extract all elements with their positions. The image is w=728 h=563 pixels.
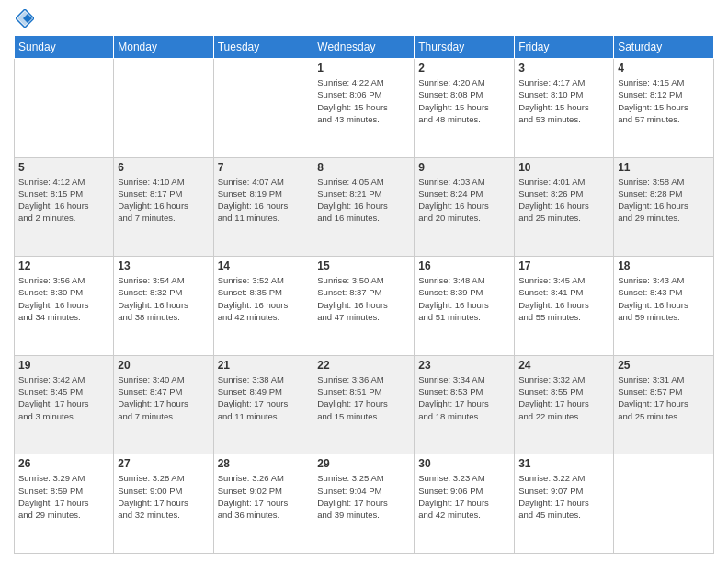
calendar-cell: 13Sunrise: 3:54 AM Sunset: 8:32 PM Dayli… bbox=[114, 257, 213, 356]
day-number: 25 bbox=[618, 359, 710, 372]
day-number: 2 bbox=[418, 62, 510, 75]
day-info: Sunrise: 3:48 AM Sunset: 8:39 PM Dayligh… bbox=[418, 274, 510, 323]
day-info: Sunrise: 3:28 AM Sunset: 9:00 PM Dayligh… bbox=[118, 472, 209, 521]
calendar-cell: 25Sunrise: 3:31 AM Sunset: 8:57 PM Dayli… bbox=[614, 355, 714, 454]
calendar-cell: 17Sunrise: 3:45 AM Sunset: 8:41 PM Dayli… bbox=[515, 257, 614, 356]
day-info: Sunrise: 3:42 AM Sunset: 8:45 PM Dayligh… bbox=[18, 373, 109, 422]
day-info: Sunrise: 3:26 AM Sunset: 9:02 PM Dayligh… bbox=[218, 472, 310, 521]
day-info: Sunrise: 4:07 AM Sunset: 8:19 PM Dayligh… bbox=[218, 176, 310, 224]
calendar-cell: 12Sunrise: 3:56 AM Sunset: 8:30 PM Dayli… bbox=[15, 257, 114, 356]
calendar-week-row: 12Sunrise: 3:56 AM Sunset: 8:30 PM Dayli… bbox=[15, 257, 714, 356]
day-number: 18 bbox=[618, 259, 710, 272]
calendar-cell bbox=[114, 59, 213, 158]
day-info: Sunrise: 4:15 AM Sunset: 8:12 PM Dayligh… bbox=[618, 76, 710, 125]
calendar-cell: 4Sunrise: 4:15 AM Sunset: 8:12 PM Daylig… bbox=[614, 59, 714, 158]
day-info: Sunrise: 3:38 AM Sunset: 8:49 PM Dayligh… bbox=[218, 373, 310, 422]
day-number: 21 bbox=[218, 359, 310, 372]
calendar-week-row: 26Sunrise: 3:29 AM Sunset: 8:59 PM Dayli… bbox=[15, 454, 714, 554]
day-number: 6 bbox=[118, 161, 209, 174]
day-number: 23 bbox=[418, 359, 510, 372]
calendar-cell: 21Sunrise: 3:38 AM Sunset: 8:49 PM Dayli… bbox=[213, 355, 313, 454]
day-info: Sunrise: 4:12 AM Sunset: 8:15 PM Dayligh… bbox=[18, 176, 109, 224]
logo bbox=[14, 9, 34, 28]
day-info: Sunrise: 4:10 AM Sunset: 8:17 PM Dayligh… bbox=[118, 176, 209, 224]
day-info: Sunrise: 3:56 AM Sunset: 8:30 PM Dayligh… bbox=[18, 274, 109, 323]
day-number: 17 bbox=[518, 259, 609, 272]
day-number: 12 bbox=[18, 259, 109, 272]
calendar-cell: 22Sunrise: 3:36 AM Sunset: 8:51 PM Dayli… bbox=[313, 355, 415, 454]
day-info: Sunrise: 4:05 AM Sunset: 8:21 PM Dayligh… bbox=[317, 176, 410, 224]
day-number: 31 bbox=[518, 457, 609, 470]
day-number: 27 bbox=[118, 457, 209, 470]
day-number: 11 bbox=[618, 161, 710, 174]
day-number: 29 bbox=[317, 457, 410, 470]
calendar-day-header: Friday bbox=[515, 36, 614, 59]
day-info: Sunrise: 3:36 AM Sunset: 8:51 PM Dayligh… bbox=[317, 373, 410, 422]
calendar-cell: 20Sunrise: 3:40 AM Sunset: 8:47 PM Dayli… bbox=[114, 355, 213, 454]
day-number: 14 bbox=[218, 259, 310, 272]
day-number: 24 bbox=[518, 359, 609, 372]
day-number: 15 bbox=[317, 259, 410, 272]
day-info: Sunrise: 3:54 AM Sunset: 8:32 PM Dayligh… bbox=[118, 274, 209, 323]
day-number: 20 bbox=[118, 359, 209, 372]
calendar-cell: 31Sunrise: 3:22 AM Sunset: 9:07 PM Dayli… bbox=[515, 454, 614, 554]
calendar-cell: 8Sunrise: 4:05 AM Sunset: 8:21 PM Daylig… bbox=[313, 157, 415, 257]
calendar-cell: 10Sunrise: 4:01 AM Sunset: 8:26 PM Dayli… bbox=[515, 157, 614, 257]
day-info: Sunrise: 3:34 AM Sunset: 8:53 PM Dayligh… bbox=[418, 373, 510, 422]
calendar-cell: 30Sunrise: 3:23 AM Sunset: 9:06 PM Dayli… bbox=[415, 454, 515, 554]
calendar-cell: 6Sunrise: 4:10 AM Sunset: 8:17 PM Daylig… bbox=[114, 157, 213, 257]
day-number: 22 bbox=[317, 359, 410, 372]
day-info: Sunrise: 3:50 AM Sunset: 8:37 PM Dayligh… bbox=[317, 274, 410, 323]
calendar-cell: 19Sunrise: 3:42 AM Sunset: 8:45 PM Dayli… bbox=[15, 355, 114, 454]
calendar-cell: 16Sunrise: 3:48 AM Sunset: 8:39 PM Dayli… bbox=[415, 257, 515, 356]
calendar-cell: 5Sunrise: 4:12 AM Sunset: 8:15 PM Daylig… bbox=[15, 157, 114, 257]
calendar-week-row: 1Sunrise: 4:22 AM Sunset: 8:06 PM Daylig… bbox=[15, 59, 714, 158]
day-info: Sunrise: 4:20 AM Sunset: 8:08 PM Dayligh… bbox=[418, 76, 510, 125]
calendar-cell: 2Sunrise: 4:20 AM Sunset: 8:08 PM Daylig… bbox=[415, 59, 515, 158]
day-info: Sunrise: 3:58 AM Sunset: 8:28 PM Dayligh… bbox=[618, 176, 710, 224]
day-number: 4 bbox=[618, 62, 710, 75]
day-info: Sunrise: 3:45 AM Sunset: 8:41 PM Dayligh… bbox=[518, 274, 609, 323]
calendar-cell: 11Sunrise: 3:58 AM Sunset: 8:28 PM Dayli… bbox=[614, 157, 714, 257]
calendar-cell: 23Sunrise: 3:34 AM Sunset: 8:53 PM Dayli… bbox=[415, 355, 515, 454]
day-number: 1 bbox=[317, 62, 410, 75]
day-number: 5 bbox=[18, 161, 109, 174]
calendar-cell: 9Sunrise: 4:03 AM Sunset: 8:24 PM Daylig… bbox=[415, 157, 515, 257]
calendar-cell: 26Sunrise: 3:29 AM Sunset: 8:59 PM Dayli… bbox=[15, 454, 114, 554]
calendar-cell bbox=[15, 59, 114, 158]
calendar-table: SundayMondayTuesdayWednesdayThursdayFrid… bbox=[14, 35, 714, 554]
day-info: Sunrise: 3:32 AM Sunset: 8:55 PM Dayligh… bbox=[518, 373, 609, 422]
calendar-cell: 7Sunrise: 4:07 AM Sunset: 8:19 PM Daylig… bbox=[213, 157, 313, 257]
day-info: Sunrise: 3:23 AM Sunset: 9:06 PM Dayligh… bbox=[418, 472, 510, 521]
day-number: 9 bbox=[418, 161, 510, 174]
page: SundayMondayTuesdayWednesdayThursdayFrid… bbox=[0, 0, 728, 563]
day-info: Sunrise: 3:31 AM Sunset: 8:57 PM Dayligh… bbox=[618, 373, 710, 422]
day-info: Sunrise: 4:03 AM Sunset: 8:24 PM Dayligh… bbox=[418, 176, 510, 224]
header bbox=[14, 9, 714, 28]
day-number: 19 bbox=[18, 359, 109, 372]
calendar-week-row: 19Sunrise: 3:42 AM Sunset: 8:45 PM Dayli… bbox=[15, 355, 714, 454]
day-info: Sunrise: 4:01 AM Sunset: 8:26 PM Dayligh… bbox=[518, 176, 609, 224]
day-info: Sunrise: 4:17 AM Sunset: 8:10 PM Dayligh… bbox=[518, 76, 609, 125]
calendar-cell bbox=[213, 59, 313, 158]
calendar-week-row: 5Sunrise: 4:12 AM Sunset: 8:15 PM Daylig… bbox=[15, 157, 714, 257]
calendar-day-header: Wednesday bbox=[313, 36, 415, 59]
calendar-cell: 24Sunrise: 3:32 AM Sunset: 8:55 PM Dayli… bbox=[515, 355, 614, 454]
calendar-day-header: Thursday bbox=[415, 36, 515, 59]
day-info: Sunrise: 3:25 AM Sunset: 9:04 PM Dayligh… bbox=[317, 472, 410, 521]
calendar-day-header: Saturday bbox=[614, 36, 714, 59]
calendar-cell: 14Sunrise: 3:52 AM Sunset: 8:35 PM Dayli… bbox=[213, 257, 313, 356]
day-number: 3 bbox=[518, 62, 609, 75]
day-number: 13 bbox=[118, 259, 209, 272]
day-info: Sunrise: 3:52 AM Sunset: 8:35 PM Dayligh… bbox=[218, 274, 310, 323]
logo-icon bbox=[16, 9, 34, 28]
calendar-cell bbox=[614, 454, 714, 554]
day-number: 7 bbox=[218, 161, 310, 174]
calendar-header-row: SundayMondayTuesdayWednesdayThursdayFrid… bbox=[15, 36, 714, 59]
calendar-day-header: Tuesday bbox=[213, 36, 313, 59]
day-number: 10 bbox=[518, 161, 609, 174]
calendar-cell: 29Sunrise: 3:25 AM Sunset: 9:04 PM Dayli… bbox=[313, 454, 415, 554]
calendar-cell: 28Sunrise: 3:26 AM Sunset: 9:02 PM Dayli… bbox=[213, 454, 313, 554]
day-info: Sunrise: 3:22 AM Sunset: 9:07 PM Dayligh… bbox=[518, 472, 609, 521]
day-number: 8 bbox=[317, 161, 410, 174]
